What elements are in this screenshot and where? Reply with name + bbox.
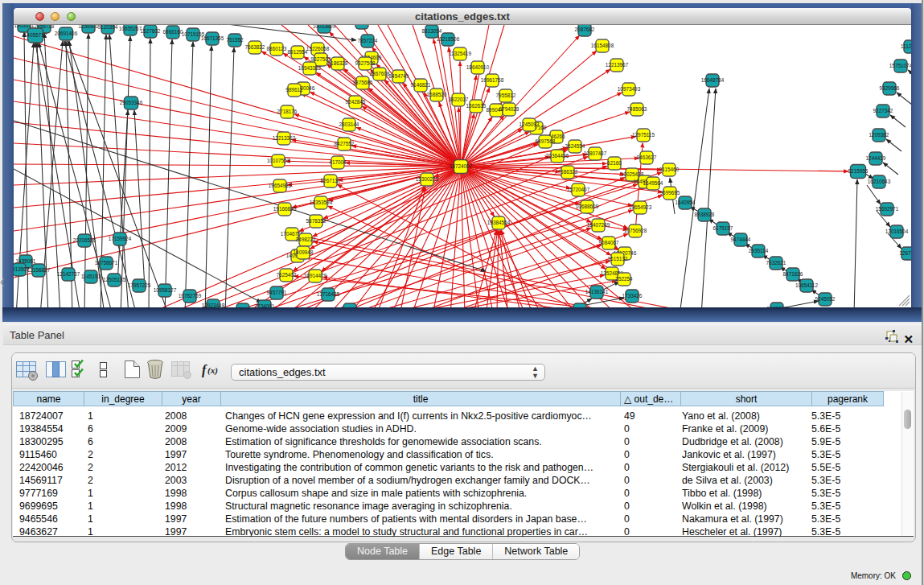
svg-text:18407249: 18407249 [587, 222, 610, 228]
svg-text:11325419: 11325419 [449, 51, 471, 56]
svg-text:16914479: 16914479 [304, 273, 327, 278]
svg-text:8813054: 8813054 [422, 28, 442, 34]
svg-text:16154808: 16154808 [591, 43, 614, 48]
svg-text:7663822: 7663822 [245, 44, 265, 50]
svg-text:1588520: 1588520 [427, 92, 447, 97]
svg-text:1209382: 1209382 [869, 132, 889, 138]
svg-text:1244419: 1244419 [866, 155, 886, 161]
svg-text:126753: 126753 [899, 250, 911, 256]
svg-text:19218506: 19218506 [437, 36, 460, 42]
svg-text:62160: 62160 [607, 160, 622, 166]
svg-text:9699695: 9699695 [660, 190, 680, 196]
svg-text:1615132: 1615132 [608, 256, 628, 262]
svg-text:8860123: 8860123 [267, 46, 287, 51]
svg-text:9146821: 9146821 [411, 82, 431, 88]
svg-text:10107553: 10107553 [267, 158, 290, 163]
svg-text:19758671: 19758671 [95, 260, 118, 266]
svg-text:10654112: 10654112 [795, 282, 818, 288]
svg-text:8102934: 8102934 [233, 307, 253, 307]
svg-text:1892345: 1892345 [340, 307, 360, 307]
svg-text:2718176: 2718176 [277, 109, 298, 114]
svg-text:2867608: 2867608 [370, 71, 390, 76]
svg-text:1640954: 1640954 [676, 200, 696, 205]
svg-text:5878352: 5878352 [306, 218, 326, 224]
svg-text:6179197: 6179197 [713, 225, 733, 231]
svg-text:1362635: 1362635 [466, 103, 487, 109]
svg-text:8471636: 8471636 [783, 271, 803, 277]
svg-text:1245093: 1245093 [519, 122, 540, 127]
svg-text:9329966: 9329966 [880, 85, 900, 91]
svg-text:7955812: 7955812 [496, 93, 516, 98]
svg-text:7632621: 7632621 [766, 260, 786, 266]
svg-text:19654923: 19654923 [629, 204, 652, 210]
svg-text:6794028: 6794028 [499, 106, 519, 112]
svg-text:20691406: 20691406 [55, 31, 78, 36]
svg-text:20206526: 20206526 [73, 237, 97, 243]
svg-text:9084067: 9084067 [599, 240, 619, 245]
svg-text:3875685: 3875685 [353, 80, 373, 85]
svg-text:19166825: 19166825 [273, 206, 297, 212]
svg-text:10807487: 10807487 [584, 150, 607, 156]
svg-text:8938928: 8938928 [695, 212, 715, 217]
svg-text:9115460: 9115460 [659, 167, 680, 172]
svg-text:9245052: 9245052 [815, 296, 836, 302]
svg-text:13226058: 13226058 [306, 46, 330, 51]
svg-text:16210643: 16210643 [868, 179, 891, 184]
svg-text:17159924: 17159924 [109, 236, 132, 241]
svg-text:9405218: 9405218 [767, 306, 787, 307]
svg-text:14136141: 14136141 [585, 289, 609, 295]
svg-text:16543382: 16543382 [298, 65, 322, 71]
svg-text:9227342: 9227342 [873, 108, 893, 113]
svg-text:19654985: 19654985 [269, 183, 292, 188]
svg-text:3498222: 3498222 [296, 237, 316, 242]
svg-text:8454749: 8454749 [389, 73, 409, 79]
svg-text:12505135: 12505135 [103, 277, 126, 282]
svg-text:16961758: 16961758 [481, 77, 504, 83]
svg-text:1112503: 1112503 [901, 43, 911, 49]
svg-text:12142737: 12142737 [57, 271, 80, 277]
svg-text:1256901: 1256901 [79, 25, 99, 29]
svg-text:29053346: 29053346 [120, 100, 143, 105]
svg-text:9174031: 9174031 [570, 307, 590, 307]
svg-text:8427552: 8427552 [335, 141, 355, 146]
svg-text:1649564: 1649564 [643, 180, 663, 186]
svg-text:9242845: 9242845 [346, 99, 366, 105]
svg-text:7625402: 7625402 [277, 272, 297, 278]
svg-text:20364436: 20364436 [546, 153, 569, 159]
svg-text:15692971: 15692971 [876, 206, 899, 212]
svg-text:6497568: 6497568 [536, 138, 556, 144]
svg-text:19384554: 19384554 [487, 220, 511, 225]
svg-text:(x): (x) [207, 365, 218, 376]
svg-text:8186328: 8186328 [328, 60, 348, 66]
svg-text:3822037: 3822037 [449, 97, 469, 102]
svg-text:12213302: 12213302 [273, 135, 296, 141]
svg-text:12353594: 12353594 [310, 200, 333, 205]
svg-text:12156827: 12156827 [27, 267, 51, 273]
svg-text:10033809: 10033809 [313, 25, 336, 29]
svg-text:10973493: 10973493 [618, 86, 641, 92]
svg-text:17957225: 17957225 [128, 282, 151, 288]
svg-text:1409948: 1409948 [294, 249, 314, 255]
svg-text:7857224: 7857224 [358, 38, 378, 43]
svg-text:15300275: 15300275 [416, 176, 439, 182]
svg-text:989612: 989612 [285, 87, 303, 93]
svg-text:7386322: 7386322 [558, 169, 578, 175]
svg-text:1527602: 1527602 [141, 28, 161, 34]
svg-text:1145193: 1145193 [81, 274, 101, 279]
svg-text:3624554: 3624554 [565, 143, 585, 149]
svg-text:7734061: 7734061 [255, 303, 275, 307]
svg-text:10756928: 10756928 [624, 228, 647, 233]
svg-text:6966160: 6966160 [163, 29, 183, 35]
svg-text:9457791: 9457791 [267, 290, 287, 295]
svg-text:9474444: 9474444 [731, 237, 751, 242]
svg-text:10655267: 10655267 [119, 26, 142, 31]
svg-text:16782759: 16782759 [179, 293, 202, 299]
svg-text:15751074: 15751074 [889, 63, 911, 68]
svg-text:8215955: 8215955 [848, 168, 869, 174]
svg-text:252254: 252254 [615, 276, 633, 282]
svg-text:f: f [202, 363, 207, 377]
svg-text:12923448: 12923448 [202, 303, 225, 307]
svg-text:14055712: 14055712 [24, 32, 47, 38]
svg-text:16671355: 16671355 [201, 35, 224, 41]
svg-text:2087682: 2087682 [575, 27, 595, 32]
